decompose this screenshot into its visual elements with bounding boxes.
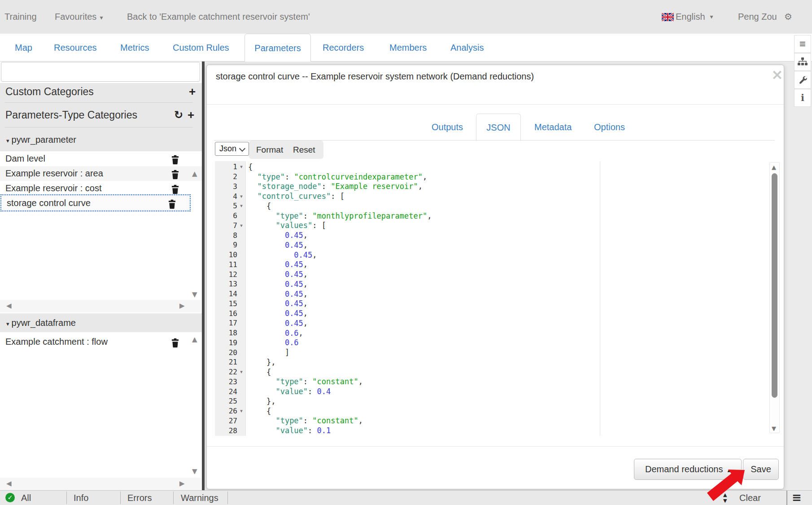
modal-title: storage control curve -- Example reservo… bbox=[216, 71, 534, 82]
code-text: }, bbox=[245, 397, 275, 406]
nav-training[interactable]: Training bbox=[4, 0, 37, 34]
clear-log-button[interactable]: Clear bbox=[739, 491, 761, 505]
uk-flag-icon bbox=[662, 13, 674, 21]
fold-arrow-icon[interactable]: ▾ bbox=[237, 408, 245, 414]
add-type-category-icon[interactable]: + bbox=[188, 110, 194, 120]
type-categories-title: Parameters-Type Categories bbox=[5, 109, 137, 121]
line-number: 7 bbox=[215, 221, 237, 230]
editor-mode-select[interactable]: Json bbox=[215, 142, 249, 156]
log-filter-all[interactable]: All bbox=[21, 491, 31, 505]
trash-icon[interactable] bbox=[171, 184, 179, 193]
editor-line: 6 "type": "monthlyprofileparameter", bbox=[215, 211, 781, 221]
list-item[interactable]: Example catchment : flow bbox=[0, 334, 203, 349]
tab-analysis[interactable]: Analysis bbox=[450, 34, 484, 61]
modal-tab-json[interactable]: JSON bbox=[476, 114, 520, 141]
item-label: Example reservoir : area bbox=[5, 168, 103, 178]
editor-line: 14 0.45, bbox=[215, 289, 781, 299]
sidebar-resize-handle[interactable] bbox=[202, 61, 205, 490]
line-number: 19 bbox=[215, 338, 237, 347]
scroll-right-icon[interactable]: ▶ bbox=[179, 303, 185, 309]
tab-members[interactable]: Members bbox=[389, 34, 427, 61]
scroll-up-icon[interactable]: ▲ bbox=[772, 164, 776, 170]
line-number: 26 bbox=[215, 407, 237, 415]
trash-icon[interactable] bbox=[171, 154, 179, 163]
custom-categories-title: Custom Categories bbox=[5, 86, 94, 98]
scroll-down-icon[interactable]: ▼ bbox=[192, 291, 197, 298]
editor-scrollbar[interactable]: ▲ ▼ bbox=[769, 162, 780, 433]
code-text: "value": 0.4 bbox=[245, 387, 331, 396]
fold-arrow-icon[interactable]: ▾ bbox=[237, 193, 245, 199]
back-link[interactable]: Back to 'Example catchment reservoir sys… bbox=[127, 0, 310, 34]
user-name[interactable]: Peng Zou bbox=[738, 0, 777, 34]
divider bbox=[66, 492, 67, 504]
modal-tab-metadata[interactable]: Metadata bbox=[534, 114, 572, 141]
chevron-down-icon: ▾ bbox=[6, 137, 9, 144]
fold-arrow-icon[interactable]: ▾ bbox=[237, 203, 245, 209]
line-number: 3 bbox=[215, 182, 237, 191]
tab-parameters[interactable]: Parameters bbox=[245, 34, 310, 62]
active-tab-box: Parameters bbox=[244, 34, 311, 62]
fold-arrow-icon[interactable]: ▾ bbox=[237, 369, 245, 375]
favourites-dropdown[interactable]: Favourites▾ bbox=[55, 0, 103, 34]
line-number: 2 bbox=[215, 172, 237, 181]
list-item[interactable]: Example reservoir : area bbox=[0, 166, 203, 181]
modal-tab-options[interactable]: Options bbox=[594, 114, 625, 141]
line-number: 28 bbox=[215, 426, 237, 435]
add-custom-category-icon[interactable]: + bbox=[189, 87, 196, 97]
rail-settings-button[interactable] bbox=[794, 71, 811, 89]
scroll-right-icon[interactable]: ▶ bbox=[179, 480, 185, 487]
tab-recorders[interactable]: Recorders bbox=[323, 34, 364, 61]
scroll-down-icon[interactable]: ▼ bbox=[192, 468, 197, 475]
save-button[interactable]: Save bbox=[743, 459, 779, 480]
close-icon[interactable]: × bbox=[771, 66, 783, 83]
json-code-editor[interactable]: 1▾{2 "type": "controlcurveindexparameter… bbox=[215, 161, 781, 436]
group-header-pywr_parameter[interactable]: ▾pywr_parameter bbox=[0, 130, 203, 149]
trash-icon[interactable] bbox=[171, 169, 179, 178]
sort-icon[interactable]: ▲▼ bbox=[723, 492, 727, 504]
category-search-input[interactable] bbox=[1, 62, 200, 82]
language-dropdown[interactable]: English▾ bbox=[662, 0, 713, 34]
code-text: 0.45, bbox=[245, 280, 308, 289]
log-filter-info[interactable]: Info bbox=[74, 491, 88, 505]
scroll-down-icon[interactable]: ▼ bbox=[772, 426, 776, 431]
horizontal-scrollbar[interactable]: ◀▶ bbox=[0, 300, 201, 312]
fold-arrow-icon[interactable]: ▾ bbox=[237, 164, 245, 170]
log-filter-errors[interactable]: Errors bbox=[127, 491, 152, 505]
tab-resources[interactable]: Resources bbox=[54, 34, 97, 61]
tab-metrics[interactable]: Metrics bbox=[120, 34, 149, 61]
reset-button[interactable]: Reset bbox=[293, 141, 315, 159]
list-item[interactable]: Dam level bbox=[0, 151, 203, 166]
rail-network-button[interactable] bbox=[794, 53, 811, 71]
group-name: pywr_dataframe bbox=[12, 318, 76, 328]
list-item[interactable]: Example reservoir : cost bbox=[0, 181, 203, 196]
code-text: 0.45, bbox=[245, 319, 308, 328]
list-item[interactable]: storage control curve bbox=[0, 194, 191, 211]
horizontal-scrollbar[interactable]: ◀▶ bbox=[0, 478, 201, 490]
trash-icon[interactable] bbox=[171, 337, 179, 347]
scenario-dropup-button[interactable]: Demand reductions▴ bbox=[634, 459, 742, 480]
gear-icon[interactable]: ⚙ bbox=[784, 0, 792, 34]
code-text: "type": "constant", bbox=[245, 377, 363, 386]
line-number: 1 bbox=[215, 162, 237, 171]
log-menu-icon[interactable]: ≡ bbox=[792, 491, 802, 505]
editor-line: 23 "type": "constant", bbox=[215, 377, 781, 387]
scroll-left-icon[interactable]: ◀ bbox=[6, 303, 12, 309]
scroll-up-icon[interactable]: ▲ bbox=[192, 336, 197, 343]
refresh-icon[interactable]: ↻ bbox=[174, 110, 183, 120]
fold-arrow-icon[interactable]: ▾ bbox=[237, 223, 245, 228]
tab-map[interactable]: Map bbox=[15, 34, 32, 61]
rail-menu-button[interactable]: ≡ bbox=[794, 35, 811, 53]
trash-icon[interactable] bbox=[168, 198, 176, 208]
scrollbar-thumb[interactable] bbox=[772, 173, 777, 398]
modal-tab-outputs[interactable]: Outputs bbox=[432, 114, 463, 141]
line-number: 24 bbox=[215, 387, 237, 396]
rail-info-button[interactable]: i bbox=[794, 89, 811, 107]
scroll-up-icon[interactable]: ▲ bbox=[192, 171, 197, 177]
tab-custom-rules[interactable]: Custom Rules bbox=[173, 34, 229, 61]
log-filter-warnings[interactable]: Warnings bbox=[181, 491, 218, 505]
line-number: 23 bbox=[215, 378, 237, 386]
code-text: { bbox=[245, 407, 271, 416]
group-header-pywr_dataframe[interactable]: ▾pywr_dataframe bbox=[0, 313, 203, 332]
format-button[interactable]: Format bbox=[256, 141, 283, 159]
scroll-left-icon[interactable]: ◀ bbox=[6, 480, 12, 487]
